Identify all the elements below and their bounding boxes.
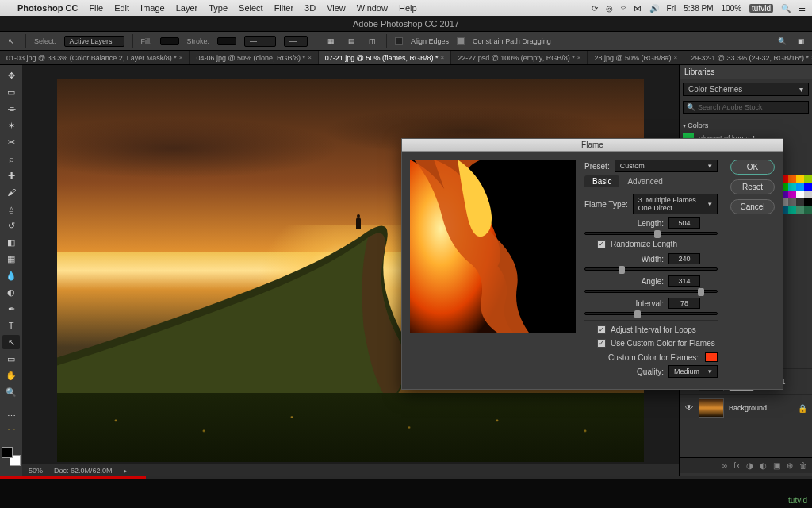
workspace-icon[interactable]: ▣	[795, 35, 807, 48]
adjustment-icon[interactable]: ◐	[760, 461, 767, 470]
banana-icon[interactable]: ⌒	[2, 425, 20, 440]
link-icon[interactable]: ∞	[722, 461, 727, 470]
doc-tab[interactable]: 22-27.psd @ 100% (empty, RGB/8) *×	[451, 51, 588, 64]
chevron-right-icon[interactable]: ▸	[124, 467, 128, 475]
search-icon[interactable]: 🔍	[781, 4, 791, 13]
marquee-tool[interactable]: ▭	[2, 85, 20, 99]
trash-icon[interactable]: 🗑	[799, 461, 807, 470]
app-name[interactable]: Photoshop CC	[17, 3, 78, 13]
blur-tool[interactable]: 💧	[2, 268, 20, 283]
hand-tool[interactable]: ✋	[2, 368, 20, 383]
bt-icon[interactable]: ⋈	[634, 4, 642, 13]
menu-window[interactable]: Window	[357, 3, 388, 13]
new-layer-icon[interactable]: ⊕	[787, 461, 793, 470]
angle-value[interactable]: 314	[668, 275, 700, 287]
menu-file[interactable]: File	[89, 3, 103, 13]
pen-tool[interactable]: ✒	[2, 302, 20, 316]
length-value[interactable]: 504	[668, 217, 700, 229]
lasso-tool[interactable]: ⌯	[2, 102, 20, 116]
eyedropper-tool[interactable]: ⌕	[2, 152, 20, 166]
custom-color-check[interactable]: ✓	[597, 339, 606, 348]
user-badge[interactable]: tutvid	[749, 4, 773, 13]
close-icon[interactable]: ×	[441, 54, 445, 61]
library-selector[interactable]: Color Schemes▾	[683, 83, 809, 96]
volume-icon[interactable]: 🔊	[649, 4, 659, 13]
path-select-tool[interactable]: ↖	[2, 335, 20, 349]
close-icon[interactable]: ×	[674, 54, 678, 61]
menu-type[interactable]: Type	[209, 3, 228, 13]
zoom-tool[interactable]: 🔍	[2, 385, 20, 399]
library-search[interactable]: 🔍Search Adobe Stock	[683, 101, 809, 114]
mask-icon[interactable]: ◑	[746, 461, 753, 470]
close-icon[interactable]: ×	[308, 54, 312, 61]
doc-tab[interactable]: 29-32-1 @ 33.3% (29-32, RGB/16*) *×	[684, 51, 812, 64]
history-brush-tool[interactable]: ↺	[2, 218, 20, 233]
flametype-dropdown[interactable]: 3. Multiple Flames One Direct...▾	[633, 194, 718, 214]
fx-icon[interactable]: fx	[733, 461, 740, 470]
fg-bg-swatch[interactable]	[2, 447, 21, 466]
pathops-icon[interactable]: ◫	[366, 35, 378, 48]
fill-swatch[interactable]	[160, 37, 179, 45]
libraries-tab[interactable]: Libraries	[680, 65, 812, 79]
align-edges-check[interactable]	[395, 37, 403, 45]
search-ps-icon[interactable]: 🔍	[776, 35, 788, 48]
layer-row[interactable]: 👁 Background 🔒	[680, 395, 812, 421]
preset-dropdown[interactable]: Custom▾	[615, 160, 718, 172]
width-slider[interactable]	[584, 267, 718, 271]
align-icon[interactable]: ▦	[324, 35, 337, 48]
tab-advanced[interactable]: Advanced	[619, 175, 670, 187]
interval-slider[interactable]	[584, 312, 718, 315]
custom-color-swatch[interactable]	[705, 352, 718, 362]
dodge-tool[interactable]: ◐	[2, 285, 20, 299]
stroke-width[interactable]: —	[244, 36, 276, 47]
menu-3d[interactable]: 3D	[304, 3, 316, 13]
shape-tool[interactable]: ▭	[2, 352, 20, 366]
wand-tool[interactable]: ✶	[2, 118, 20, 133]
group-icon[interactable]: ▣	[773, 461, 780, 470]
menu-image[interactable]: Image	[140, 3, 165, 13]
select-dropdown[interactable]: Active Layers	[64, 36, 124, 47]
path-tool-icon[interactable]: ↖	[5, 35, 17, 48]
close-icon[interactable]: ×	[577, 54, 581, 61]
swatches-panel[interactable]	[780, 175, 812, 214]
doc-tab[interactable]: 07-21.jpg @ 50% (flames, RGB/8) *×	[319, 51, 451, 64]
lib-group-header[interactable]: Colors	[683, 120, 809, 131]
reset-button[interactable]: Reset	[730, 179, 775, 194]
menu-edit[interactable]: Edit	[114, 3, 129, 13]
gradient-tool[interactable]: ▦	[2, 252, 20, 266]
constrain-check[interactable]	[457, 37, 465, 45]
battery[interactable]: 100%	[722, 4, 742, 13]
menu-filter[interactable]: Filter	[274, 3, 293, 13]
visibility-icon[interactable]: 👁	[684, 403, 694, 413]
doc-size[interactable]: Doc: 62.0M/62.0M	[54, 467, 113, 475]
angle-slider[interactable]	[584, 290, 718, 293]
doc-tab[interactable]: 04-06.jpg @ 50% (clone, RGB/8) *×	[190, 51, 318, 64]
randomize-check[interactable]: ✓	[597, 240, 606, 248]
wifi-icon[interactable]: ⌔	[621, 4, 626, 13]
clock[interactable]: 5:38 PM	[684, 4, 713, 13]
menu-view[interactable]: View	[327, 3, 346, 13]
stroke-swatch[interactable]	[217, 37, 236, 45]
lock-icon[interactable]: 🔒	[798, 404, 807, 413]
layer-thumb[interactable]	[699, 398, 724, 418]
width-value[interactable]: 240	[668, 253, 700, 264]
stamp-tool[interactable]: ⍙	[2, 202, 20, 216]
eraser-tool[interactable]: ◧	[2, 235, 20, 249]
dialog-title[interactable]: Flame	[402, 139, 783, 152]
edit-toolbar[interactable]: ⋯	[2, 409, 20, 423]
close-icon[interactable]: ×	[179, 54, 183, 61]
video-scrubber[interactable]	[0, 476, 812, 479]
quality-dropdown[interactable]: Medium▾	[668, 365, 718, 378]
ok-button[interactable]: OK	[730, 160, 775, 175]
menu-icon[interactable]: ☰	[799, 4, 806, 13]
crop-tool[interactable]: ✂	[2, 135, 20, 149]
arrange-icon[interactable]: ▤	[345, 35, 358, 48]
doc-tab[interactable]: 28.jpg @ 50% (RGB/8#)×	[588, 51, 684, 64]
menu-layer[interactable]: Layer	[176, 3, 198, 13]
zoom-level[interactable]: 50%	[29, 467, 43, 475]
heal-tool[interactable]: ✚	[2, 168, 20, 183]
type-tool[interactable]: T	[2, 318, 20, 333]
brush-tool[interactable]: 🖌	[2, 185, 20, 199]
cancel-button[interactable]: Cancel	[730, 199, 775, 214]
notif-icon[interactable]: ◎	[606, 4, 613, 13]
